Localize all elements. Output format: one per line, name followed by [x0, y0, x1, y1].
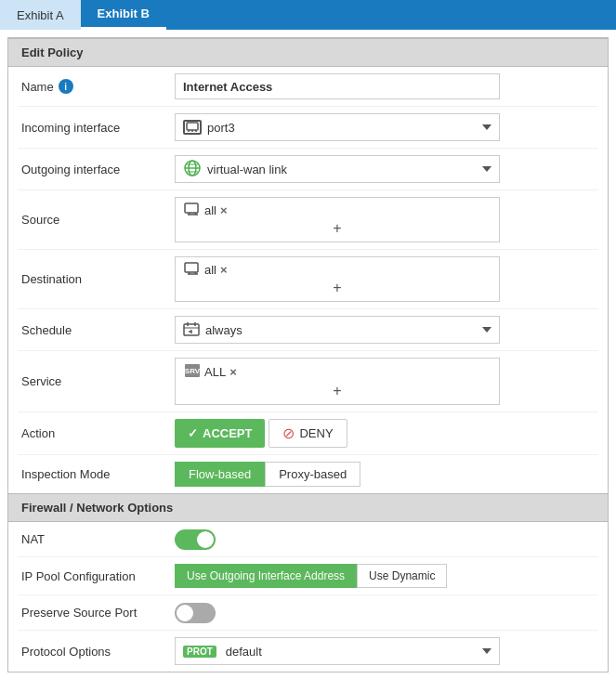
protocol-options-row: Protocol Options PROT default [18, 631, 598, 672]
dest-monitor-icon [184, 262, 201, 278]
action-buttons: ✓ ACCEPT ⊘ DENY [175, 419, 595, 448]
edit-policy-header: Edit Policy [8, 38, 608, 67]
policy-panel: Edit Policy Name i Incoming interface [7, 37, 609, 672]
destination-item-label: all [204, 263, 216, 277]
destination-multiselect[interactable]: all × + [175, 256, 500, 302]
source-add-button[interactable]: + [181, 219, 493, 238]
ip-pool-field: Use Outgoing Interface Address Use Dynam… [175, 564, 595, 588]
protocol-options-value: default [226, 645, 262, 659]
service-multiselect[interactable]: SRV ALL × + [175, 358, 500, 405]
incoming-interface-label: Incoming interface [21, 121, 175, 135]
service-item-label: ALL [204, 365, 226, 379]
destination-field: all × + [175, 256, 595, 302]
destination-tag-all: all × [181, 261, 230, 279]
schedule-arrow [482, 327, 491, 333]
destination-label: Destination [21, 272, 175, 286]
outgoing-interface-dropdown[interactable]: virtual-wan link [175, 155, 500, 183]
firewall-section-header: Firewall / Network Options [8, 493, 608, 522]
service-add-button[interactable]: + [181, 382, 493, 400]
incoming-interface-arrow [482, 124, 491, 130]
inspection-mode-buttons: Flow-based Proxy-based [175, 462, 595, 487]
inspection-mode-row: Inspection Mode Flow-based Proxy-based [18, 455, 598, 493]
port-icon [183, 120, 202, 135]
incoming-interface-field: port3 [175, 113, 595, 141]
action-label: Action [21, 426, 175, 440]
accept-button[interactable]: ✓ ACCEPT [175, 419, 265, 448]
source-item-label: all [204, 203, 216, 217]
ip-pool-label: IP Pool Configuration [21, 569, 175, 583]
deny-icon: ⊘ [282, 424, 295, 442]
deny-button[interactable]: ⊘ DENY [269, 419, 347, 448]
incoming-interface-dropdown[interactable]: port3 [175, 113, 500, 141]
outgoing-interface-field: virtual-wan link [175, 155, 595, 183]
monitor-icon [184, 202, 201, 218]
service-label: Service [21, 374, 175, 388]
tab-exhibit-b[interactable]: Exhibit B [81, 0, 166, 30]
name-field [175, 73, 595, 99]
use-outgoing-button[interactable]: Use Outgoing Interface Address [175, 564, 357, 588]
source-field: all × + [175, 197, 595, 242]
preserve-source-port-label: Preserve Source Port [21, 606, 175, 620]
ip-pool-buttons: Use Outgoing Interface Address Use Dynam… [175, 564, 595, 588]
service-icon: SRV [184, 363, 201, 381]
schedule-row: Schedule always [18, 309, 598, 351]
action-field: ✓ ACCEPT ⊘ DENY [175, 419, 595, 448]
service-field: SRV ALL × + [175, 358, 595, 405]
name-label: Name i [21, 79, 175, 94]
tab-exhibit-a[interactable]: Exhibit A [0, 0, 81, 30]
inspection-mode-label: Inspection Mode [21, 467, 175, 481]
schedule-icon [183, 321, 200, 339]
incoming-interface-row: Incoming interface port3 [18, 107, 598, 149]
protocol-options-arrow [482, 648, 491, 654]
nat-row: NAT [18, 522, 598, 557]
outgoing-interface-value: virtual-wan link [207, 163, 287, 176]
outgoing-interface-label: Outgoing interface [21, 163, 175, 176]
svg-rect-0 [187, 123, 198, 130]
protocol-options-dropdown[interactable]: PROT default [175, 637, 500, 665]
ip-pool-row: IP Pool Configuration Use Outgoing Inter… [18, 557, 598, 595]
destination-row: Destination all × + [18, 250, 598, 309]
proxy-based-button[interactable]: Proxy-based [265, 462, 360, 487]
svg-rect-13 [185, 263, 198, 272]
protocol-options-label: Protocol Options [21, 645, 175, 659]
check-icon: ✓ [188, 426, 198, 440]
inspection-mode-field: Flow-based Proxy-based [175, 462, 595, 487]
tab-exhibit-a-label: Exhibit A [17, 8, 64, 22]
service-remove-all[interactable]: × [229, 365, 237, 379]
preserve-source-port-row: Preserve Source Port [18, 595, 598, 631]
flow-based-button[interactable]: Flow-based [175, 462, 265, 487]
tab-exhibit-b-label: Exhibit B [98, 7, 150, 20]
prot-badge: PROT [183, 646, 216, 658]
protocol-options-field: PROT default [175, 637, 595, 665]
service-tag-all: SRV ALL × [181, 362, 240, 382]
name-input[interactable] [175, 73, 500, 99]
nat-toggle[interactable] [175, 529, 216, 550]
svg-rect-9 [185, 203, 198, 213]
name-info-icon[interactable]: i [59, 79, 73, 94]
schedule-field: always [175, 316, 595, 344]
source-label: Source [21, 213, 175, 227]
source-multiselect[interactable]: all × + [175, 197, 500, 242]
name-row: Name i [18, 67, 598, 107]
schedule-label: Schedule [21, 323, 175, 337]
globe-icon [183, 159, 202, 180]
outgoing-interface-arrow [482, 166, 491, 172]
outgoing-interface-row: Outgoing interface [18, 149, 598, 190]
source-remove-all[interactable]: × [220, 203, 228, 217]
svg-text:SRV: SRV [185, 367, 201, 375]
source-tag-all: all × [181, 202, 230, 219]
action-row: Action ✓ ACCEPT ⊘ DENY [18, 412, 598, 455]
schedule-dropdown[interactable]: always [175, 316, 500, 344]
firewall-form: NAT IP Pool Configuration Use Outgoing I… [8, 522, 608, 672]
schedule-value: always [205, 323, 242, 337]
use-dynamic-button[interactable]: Use Dynamic [357, 564, 447, 588]
nat-field [175, 529, 595, 550]
source-row: Source all × + [18, 190, 598, 250]
tab-bar: Exhibit A Exhibit B [0, 0, 616, 30]
destination-remove-all[interactable]: × [220, 263, 228, 277]
nat-label: NAT [21, 532, 175, 546]
destination-add-button[interactable]: + [181, 279, 493, 297]
preserve-source-port-toggle[interactable] [175, 603, 216, 623]
incoming-interface-value: port3 [207, 121, 235, 135]
service-row: Service SRV ALL × + [18, 351, 598, 412]
